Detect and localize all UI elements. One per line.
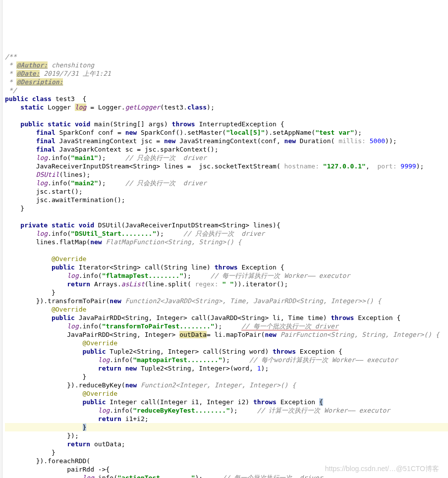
desc-tag: @Desription: <box>16 78 63 86</box>
author-tag: @Author: <box>16 61 48 69</box>
date-tag: @Date: <box>16 70 40 77</box>
code-editor: /** * @Author: chenshitong * @Date: 2019… <box>0 42 448 478</box>
matched-brace: } <box>83 424 87 431</box>
doc-open: /** <box>5 53 16 60</box>
